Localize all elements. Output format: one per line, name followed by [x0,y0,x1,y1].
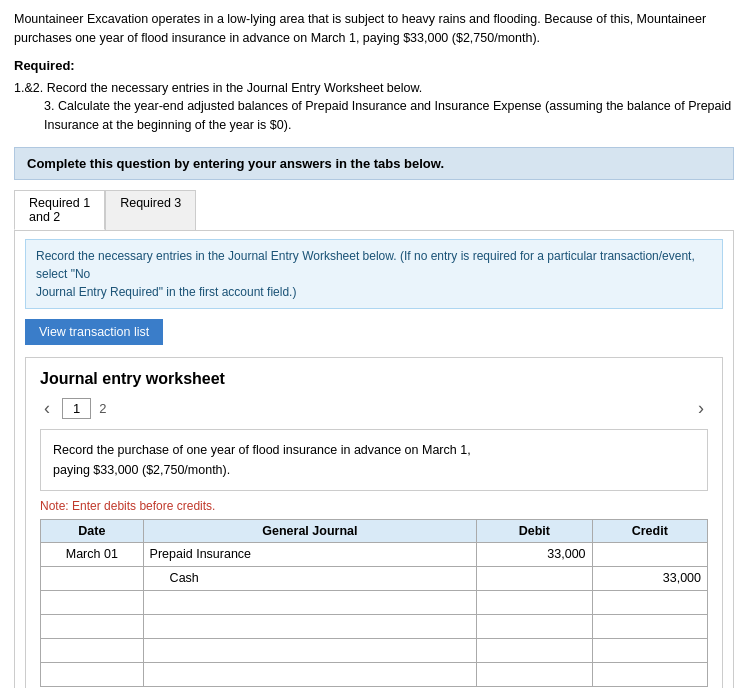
worksheet-container: Journal entry worksheet ‹ 1 2 › Record t… [25,357,723,688]
tab-content: Record the necessary entries in the Jour… [14,230,734,688]
journal-input-3[interactable] [150,595,471,609]
col-header-credit: Credit [592,519,707,542]
journal-input-4[interactable] [150,619,471,633]
credit-input-2[interactable] [599,571,701,585]
col-header-journal: General Journal [143,519,477,542]
journal-cell-6[interactable] [143,662,477,686]
required-label: Required: [14,58,734,73]
table-row [41,662,708,686]
debit-cell-1[interactable] [477,542,592,566]
date-cell-1: March 01 [41,542,144,566]
journal-cell-5[interactable] [143,638,477,662]
worksheet-title: Journal entry worksheet [40,370,708,388]
debit-cell-4[interactable] [477,614,592,638]
credit-input-5[interactable] [599,643,701,657]
journal-input-5[interactable] [150,643,471,657]
credit-cell-4[interactable] [592,614,707,638]
journal-cell-1[interactable] [143,542,477,566]
tab-required-3[interactable]: Required 3 [105,190,196,230]
table-row [41,566,708,590]
debit-input-2[interactable] [483,571,585,585]
credit-cell-5[interactable] [592,638,707,662]
next-page-number: 2 [99,401,106,416]
credit-cell-2[interactable] [592,566,707,590]
credit-cell-3[interactable] [592,590,707,614]
view-transaction-button[interactable]: View transaction list [25,319,163,345]
tabs-container: Required 1and 2 Required 3 [14,190,734,230]
info-box: Record the necessary entries in the Jour… [25,239,723,309]
col-header-debit: Debit [477,519,592,542]
date-cell-4 [41,614,144,638]
debit-input-6[interactable] [483,667,585,681]
debit-input-3[interactable] [483,595,585,609]
credit-cell-6[interactable] [592,662,707,686]
table-row [41,590,708,614]
credit-cell-1[interactable] [592,542,707,566]
tab-required-1-2[interactable]: Required 1and 2 [14,190,105,230]
entry-description: Record the purchase of one year of flood… [40,429,708,491]
debit-input-5[interactable] [483,643,585,657]
journal-input-1[interactable] [150,547,471,561]
journal-input-6[interactable] [150,667,471,681]
journal-cell-3[interactable] [143,590,477,614]
journal-input-2[interactable] [150,571,471,585]
date-cell-6 [41,662,144,686]
instructions: 1.&2. Record the necessary entries in th… [14,79,734,135]
note-text: Note: Enter debits before credits. [40,499,708,513]
table-row: March 01 [41,542,708,566]
current-page-box: 1 [62,398,91,419]
col-header-date: Date [41,519,144,542]
debit-cell-3[interactable] [477,590,592,614]
prev-page-arrow[interactable]: ‹ [40,398,54,419]
intro-text-1: Mountaineer Excavation operates in a low… [14,10,734,48]
page-navigation: ‹ 1 2 › [40,398,708,419]
next-page-arrow[interactable]: › [694,398,708,419]
complete-banner: Complete this question by entering your … [14,147,734,180]
date-cell-3 [41,590,144,614]
date-cell-2 [41,566,144,590]
journal-cell-4[interactable] [143,614,477,638]
debit-cell-5[interactable] [477,638,592,662]
date-cell-5 [41,638,144,662]
journal-cell-2[interactable] [143,566,477,590]
table-row [41,638,708,662]
credit-input-1[interactable] [599,547,701,561]
debit-input-1[interactable] [483,547,585,561]
credit-input-3[interactable] [599,595,701,609]
credit-input-6[interactable] [599,667,701,681]
table-row [41,614,708,638]
credit-input-4[interactable] [599,619,701,633]
debit-cell-2[interactable] [477,566,592,590]
debit-input-4[interactable] [483,619,585,633]
debit-cell-6[interactable] [477,662,592,686]
journal-table: Date General Journal Debit Credit March … [40,519,708,687]
